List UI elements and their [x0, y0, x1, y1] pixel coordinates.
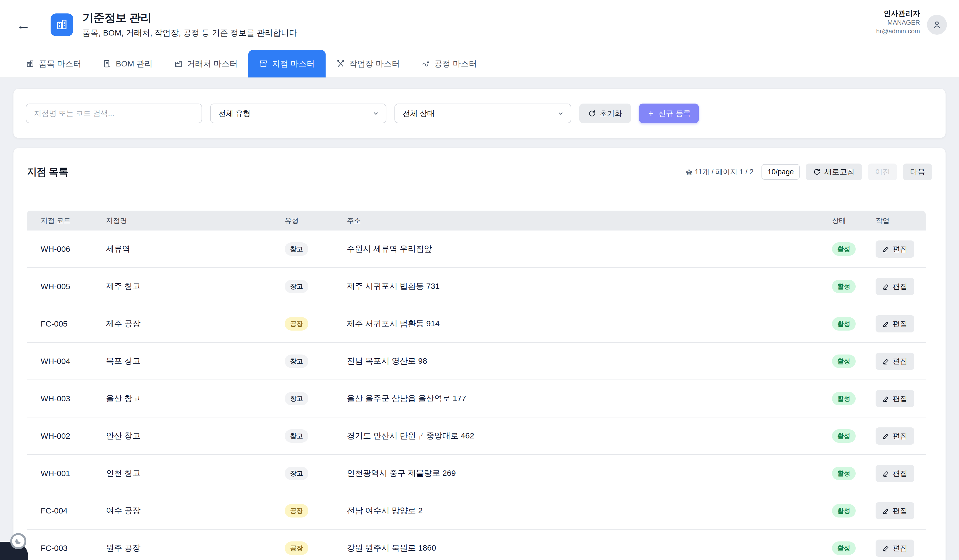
- tab-process[interactable]: 공정 마스터: [411, 50, 487, 78]
- pencil-icon: [883, 358, 890, 365]
- branch-address: 인천광역시 중구 제물량로 269: [347, 468, 832, 479]
- branch-name: 목포 창고: [106, 356, 285, 367]
- type-badge: 창고: [285, 467, 308, 480]
- pencil-icon: [883, 320, 890, 327]
- user-name: 인사관리자: [876, 9, 920, 18]
- status-badge: 활성: [832, 541, 855, 555]
- edit-button[interactable]: 편집: [876, 427, 914, 445]
- edit-button[interactable]: 편집: [876, 539, 914, 557]
- user-email: hr@admin.com: [876, 27, 920, 35]
- next-page-button[interactable]: 다음: [903, 164, 932, 180]
- branch-name: 제주 공장: [106, 318, 285, 329]
- prev-page-button[interactable]: 이전: [868, 164, 897, 180]
- back-button[interactable]: ←: [14, 16, 33, 34]
- status-badge: 활성: [832, 317, 855, 331]
- edit-button[interactable]: 편집: [876, 502, 914, 519]
- buildings-icon: [56, 19, 68, 31]
- status-filter-value: 전체 상태: [403, 108, 435, 119]
- branch-icon: [259, 59, 268, 68]
- branch-code: WH-006: [41, 245, 106, 254]
- status-filter-select[interactable]: 전체 상태: [395, 103, 571, 123]
- tab-workshop[interactable]: 작업장 마스터: [326, 50, 411, 78]
- type-badge: 공장: [285, 317, 308, 331]
- branch-name: 인천 창고: [106, 468, 285, 479]
- table-row: FC-005 제주 공장 공장 제주 서귀포시 법환동 914 활성 편집: [27, 305, 926, 343]
- type-filter-value: 전체 유형: [218, 108, 250, 119]
- branch-address: 경기도 안산시 단원구 중앙대로 462: [347, 430, 832, 441]
- branch-name: 안산 창고: [106, 430, 285, 441]
- branch-code: FC-004: [41, 506, 106, 515]
- person-icon: [932, 20, 942, 30]
- status-badge: 활성: [832, 392, 855, 405]
- edit-button[interactable]: 편집: [876, 465, 914, 482]
- table-row: FC-004 여수 공장 공장 전남 여수시 망양로 2 활성 편집: [27, 492, 926, 530]
- header-divider: [40, 16, 40, 34]
- process-icon: [421, 59, 430, 68]
- avatar[interactable]: [927, 15, 947, 35]
- search-input[interactable]: [26, 103, 202, 123]
- branch-code: WH-005: [41, 282, 106, 291]
- branch-code: FC-005: [41, 319, 106, 328]
- branch-address: 전남 목포시 영산로 98: [347, 356, 832, 367]
- user-role: MANAGER: [876, 18, 920, 27]
- tab-item[interactable]: 품목 마스터: [15, 50, 92, 78]
- partner-icon: [174, 59, 183, 68]
- refresh-button[interactable]: 새로고침: [806, 164, 862, 180]
- plus-icon: [647, 110, 655, 117]
- branch-name: 세류역: [106, 243, 285, 255]
- chevron-down-icon: [557, 110, 564, 117]
- branch-code: FC-003: [41, 544, 106, 553]
- pencil-icon: [883, 545, 890, 552]
- table-body: WH-006 세류역 창고 수원시 세류역 우리집앞 활성 편집 WH-005 …: [27, 231, 926, 560]
- type-badge: 창고: [285, 280, 308, 293]
- branch-address: 강원 원주시 북원로 1860: [347, 542, 832, 554]
- type-badge: 창고: [285, 392, 308, 405]
- branch-code: WH-002: [41, 431, 106, 441]
- branch-table: 지점 코드 지점명 유형 주소 상태 작업 WH-006 세류역 창고 수원시 …: [27, 211, 926, 560]
- branch-address: 전남 여수시 망양로 2: [347, 505, 832, 516]
- edit-button[interactable]: 편집: [876, 353, 914, 370]
- tab-partner[interactable]: 거래처 마스터: [163, 50, 249, 78]
- pagination-summary: 총 11개 / 페이지 1 / 2: [685, 167, 754, 177]
- top-header: ← 기준정보 관리 품목, BOM, 거래처, 작업장, 공정 등 기준 정보를…: [0, 0, 959, 50]
- reset-button[interactable]: 초기화: [579, 103, 631, 123]
- list-header: 지점 목록 총 11개 / 페이지 1 / 2 10/page 새로고침 이전: [27, 163, 932, 181]
- type-badge: 공장: [285, 541, 308, 555]
- refresh-icon: [588, 110, 596, 117]
- create-button[interactable]: 신규 등록: [639, 103, 699, 123]
- branch-address: 울산 울주군 삼남읍 울산역로 177: [347, 393, 832, 404]
- type-badge: 창고: [285, 355, 308, 368]
- edit-button[interactable]: 편집: [876, 278, 914, 295]
- page-size-select[interactable]: 10/page: [761, 164, 800, 180]
- tab-branch[interactable]: 지점 마스터: [249, 50, 325, 78]
- branch-name: 울산 창고: [106, 393, 285, 404]
- app-logo: [51, 13, 73, 36]
- col-status: 상태: [832, 216, 876, 225]
- theme-toggle-button[interactable]: [10, 533, 26, 549]
- filter-bar: 전체 유형 전체 상태 초기화 신규 등록: [13, 89, 946, 138]
- page-title: 기준정보 관리: [82, 10, 151, 25]
- status-badge: 활성: [832, 242, 855, 256]
- table-row: WH-005 제주 창고 창고 제주 서귀포시 법환동 731 활성 편집: [27, 268, 926, 305]
- page-subtitle: 품목, BOM, 거래처, 작업장, 공정 등 기준 정보를 관리합니다: [82, 27, 297, 38]
- status-badge: 활성: [832, 280, 855, 293]
- workshop-icon: [336, 59, 345, 68]
- col-name: 지점명: [106, 216, 285, 225]
- tab-bom[interactable]: BOM 관리: [92, 50, 163, 78]
- edit-button[interactable]: 편집: [876, 315, 914, 332]
- col-address: 주소: [347, 216, 832, 225]
- col-action: 작업: [876, 216, 926, 225]
- pencil-icon: [883, 246, 890, 253]
- branch-list-card: 지점 목록 총 11개 / 페이지 1 / 2 10/page 새로고침 이전: [13, 148, 946, 560]
- type-filter-select[interactable]: 전체 유형: [210, 103, 386, 123]
- edit-button[interactable]: 편집: [876, 240, 914, 258]
- refresh-icon: [813, 168, 821, 176]
- pencil-icon: [883, 283, 890, 290]
- item-icon: [26, 59, 35, 68]
- table-row: WH-004 목포 창고 창고 전남 목포시 영산로 98 활성 편집: [27, 343, 926, 380]
- user-info: 인사관리자 MANAGER hr@admin.com: [876, 9, 920, 35]
- moon-icon: [14, 537, 22, 545]
- edit-button[interactable]: 편집: [876, 390, 914, 407]
- pencil-icon: [883, 395, 890, 402]
- pencil-icon: [883, 507, 890, 514]
